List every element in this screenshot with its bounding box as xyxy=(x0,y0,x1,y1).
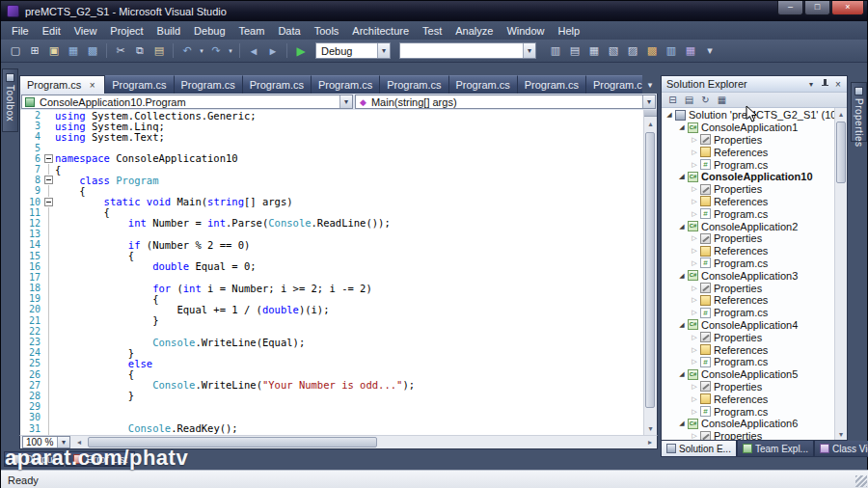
active-files-dropdown-icon[interactable]: ▾ xyxy=(642,75,658,94)
tree-item[interactable]: ▷Properties xyxy=(662,232,834,245)
tree-item[interactable]: ▷Program.cs xyxy=(662,158,834,171)
error-list-icon[interactable]: ▩ xyxy=(643,42,661,60)
tree-item[interactable]: ▷Properties xyxy=(662,282,834,294)
tree-expander-icon[interactable]: ◢ xyxy=(677,420,687,427)
save-all-icon[interactable]: ▩ xyxy=(84,42,101,60)
find-combo[interactable]: ▾ xyxy=(399,42,536,59)
tree-item[interactable]: ▷References xyxy=(662,196,834,208)
tree-item[interactable]: ▷References xyxy=(662,393,834,405)
pin-icon[interactable] xyxy=(818,78,831,91)
tree-expander-icon[interactable]: ▷ xyxy=(690,285,699,292)
tree-item[interactable]: ◢ConsoleApplication3 xyxy=(662,269,834,282)
document-tab[interactable]: Program.cs xyxy=(586,75,642,94)
properties-icon[interactable]: ▦ xyxy=(714,94,730,107)
collapse-all-icon[interactable]: ⊟ xyxy=(665,94,681,107)
cut-icon[interactable]: ✂ xyxy=(112,42,129,60)
menu-item-analyze[interactable]: Analyze xyxy=(448,23,500,39)
find-in-files-icon[interactable]: ▥ xyxy=(547,42,564,60)
tree-expander-icon[interactable]: ◢ xyxy=(677,173,687,180)
menu-item-build[interactable]: Build xyxy=(150,23,187,39)
properties-window-icon[interactable]: ▦ xyxy=(585,42,603,60)
window-position-icon[interactable]: ▾ xyxy=(804,78,818,91)
document-tab[interactable]: Program.cs xyxy=(105,75,174,94)
tool-window-tab-se[interactable]: Solution E... xyxy=(661,441,737,457)
new-file-icon[interactable]: ▢ xyxy=(7,42,24,60)
editor-vertical-scrollbar[interactable]: ▴ ▾ xyxy=(643,110,658,435)
tree-item[interactable]: ▷References xyxy=(662,146,834,158)
tree-expander-icon[interactable]: ◢ xyxy=(665,111,674,119)
tree-expander-icon[interactable]: ▷ xyxy=(690,408,699,416)
tool-window-tab-class[interactable]: Class View xyxy=(814,441,868,457)
tree-item[interactable]: ▷Program.cs xyxy=(662,307,834,319)
tree-item[interactable]: ▷Properties xyxy=(662,134,834,147)
tree-item[interactable]: ▷Properties xyxy=(662,183,834,196)
tree-item[interactable]: ▷Program.cs xyxy=(662,207,834,220)
start-debugging-button[interactable]: ▶ xyxy=(292,42,310,60)
tree-expander-icon[interactable]: ▷ xyxy=(690,346,699,354)
tree-item[interactable]: ▷Program.cs xyxy=(662,258,834,270)
tree-expander-icon[interactable]: ◢ xyxy=(677,272,687,280)
resize-grip[interactable] xyxy=(855,475,867,487)
fold-collapse-icon[interactable] xyxy=(44,154,53,163)
tree-expander-icon[interactable]: ▷ xyxy=(690,395,699,403)
document-tab[interactable]: Program.cs xyxy=(380,75,448,94)
paste-icon[interactable]: ▤ xyxy=(150,42,168,60)
copy-icon[interactable]: ⧉ xyxy=(131,42,149,60)
object-browser-icon[interactable]: ▧ xyxy=(605,42,622,60)
menu-item-edit[interactable]: Edit xyxy=(36,23,68,39)
tree-expander-icon[interactable]: ◢ xyxy=(677,370,687,378)
navigate-forward-icon[interactable]: ► xyxy=(264,42,282,60)
tree-expander-icon[interactable]: ◢ xyxy=(677,321,687,329)
undo-dropdown-icon[interactable]: ▾ xyxy=(198,42,205,60)
close-tab-icon[interactable]: × xyxy=(87,80,97,91)
menu-item-team[interactable]: Team xyxy=(232,23,272,39)
navigate-backward-icon[interactable]: ◄ xyxy=(245,42,262,60)
tree-expander-icon[interactable]: ▷ xyxy=(690,309,699,316)
tree-expander-icon[interactable]: ▷ xyxy=(690,247,699,255)
tree-expander-icon[interactable]: ▷ xyxy=(690,210,699,218)
scrollbar-thumb[interactable] xyxy=(645,132,655,408)
properties-autohide-tab[interactable]: Properties xyxy=(851,82,867,142)
tree-expander-icon[interactable]: ▷ xyxy=(690,161,699,169)
redo-dropdown-icon[interactable]: ▾ xyxy=(227,42,234,60)
menu-item-help[interactable]: Help xyxy=(552,23,587,39)
tool-window-tab-team[interactable]: Team Expl... xyxy=(737,441,814,457)
scroll-up-icon[interactable]: ▴ xyxy=(644,117,657,130)
tree-expander-icon[interactable]: ▷ xyxy=(690,185,699,193)
menu-item-debug[interactable]: Debug xyxy=(187,23,231,39)
document-tab[interactable]: Program.cs xyxy=(175,75,243,94)
toolbar-options-icon[interactable]: ▾ xyxy=(701,42,719,60)
scroll-down-icon[interactable]: ▾ xyxy=(835,428,847,440)
tree-item[interactable]: ▷Properties xyxy=(662,331,834,343)
document-tab[interactable]: Program.cs xyxy=(449,75,518,94)
menu-item-window[interactable]: Window xyxy=(500,23,551,39)
scroll-right-icon[interactable]: ▸ xyxy=(643,438,657,447)
tree-expander-icon[interactable]: ▷ xyxy=(690,296,699,304)
members-combo[interactable]: ◆ Main(string[] args) ▾ xyxy=(355,95,656,109)
tree-expander-icon[interactable]: ◢ xyxy=(677,223,687,230)
tree-item[interactable]: ▷References xyxy=(662,343,834,356)
tree-item[interactable]: ▷References xyxy=(662,245,834,258)
types-combo[interactable]: ConsoleApplication10.Program ▾ xyxy=(21,95,353,109)
code-editor[interactable]: 2using System.Collections.Generic;3using… xyxy=(19,110,643,435)
toolbox-icon[interactable]: ▨ xyxy=(624,42,641,60)
fold-collapse-icon[interactable] xyxy=(44,198,53,206)
tree-item[interactable]: ▷Properties xyxy=(662,430,834,440)
tree-expander-icon[interactable]: ◢ xyxy=(677,123,687,131)
scrollbar-thumb[interactable] xyxy=(836,122,846,183)
scroll-down-icon[interactable]: ▾ xyxy=(644,421,657,435)
menu-item-test[interactable]: Test xyxy=(416,23,448,39)
menu-item-tools[interactable]: Tools xyxy=(308,23,346,39)
show-all-files-icon[interactable]: ▤ xyxy=(681,94,697,107)
tree-item[interactable]: ▷Program.cs xyxy=(662,405,834,418)
menu-item-file[interactable]: File xyxy=(5,23,36,39)
document-tab[interactable]: Program.cs xyxy=(312,75,380,94)
tree-item[interactable]: ◢ConsoleApplication10 xyxy=(662,171,834,183)
tree-expander-icon[interactable]: ▷ xyxy=(690,149,699,156)
menu-item-project[interactable]: Project xyxy=(103,23,149,39)
document-tab[interactable]: Program.cs xyxy=(518,75,586,94)
tree-item[interactable]: ▷References xyxy=(662,294,834,307)
splitter-grip[interactable] xyxy=(644,110,657,117)
tree-expander-icon[interactable]: ▷ xyxy=(690,383,699,391)
close-button[interactable]: × xyxy=(831,1,864,15)
